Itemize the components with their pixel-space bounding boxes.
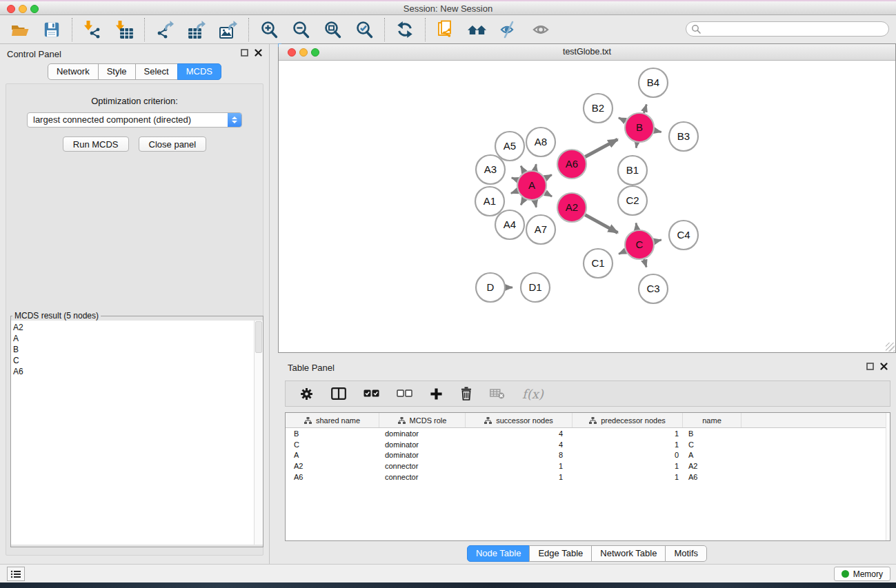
network-canvas[interactable]: B4B2BB3A5A8A6A3B1AA1C2A2A4A7CC4C1C3DD1 [279,61,895,352]
column-header-predecessor-nodes[interactable]: predecessor nodes [573,413,683,427]
table-cell[interactable]: A [286,451,379,459]
table-cell[interactable]: B [683,429,741,438]
float-panel-icon[interactable] [241,49,248,57]
table-cell[interactable]: 0 [573,451,683,459]
tab-mcds[interactable]: MCDS [177,63,221,80]
table-cell[interactable]: A6 [683,473,741,481]
deselect-all-icon[interactable] [397,389,412,398]
graph-edge-A2-C[interactable] [585,215,617,233]
graph-edge-C-C3[interactable] [644,259,647,267]
import-table-icon[interactable] [114,19,135,40]
mcds-result-scrollbar[interactable] [254,321,263,545]
mcds-result-item[interactable]: A [13,333,254,344]
table-cell[interactable]: dominator [379,451,466,459]
table-cell[interactable]: 1 [466,462,573,470]
open-file-icon[interactable] [10,19,30,40]
search-input[interactable] [686,21,889,37]
function-builder-icon[interactable]: f(x) [522,387,544,401]
table-cell[interactable]: 1 [466,473,573,481]
mcds-result-item[interactable]: A2 [13,322,254,333]
export-image-icon[interactable] [218,19,239,40]
table-cell[interactable]: A2 [286,462,379,470]
table-cell[interactable]: C [683,440,741,449]
memory-button[interactable]: Memory [834,567,890,581]
graph-edge-C-C1[interactable] [619,251,626,254]
delete-icon[interactable] [460,387,472,401]
save-session-icon[interactable] [41,19,62,40]
zoom-in-icon[interactable] [259,19,279,40]
graph-node-A6[interactable]: A6 [557,150,586,179]
graph-edge-B-B3[interactable] [655,130,661,132]
graph-node-B1[interactable]: B1 [618,156,647,185]
graph-node-D1[interactable]: D1 [521,273,550,302]
table-cell[interactable]: 1 [573,473,683,481]
table-cell[interactable]: A [683,451,741,459]
column-header-mcds-role[interactable]: MCDS role [379,413,466,427]
column-header-shared-name[interactable]: shared name [286,413,379,427]
tab-network-table[interactable]: Network Table [591,545,666,562]
graph-edge-A-A2[interactable] [545,193,552,196]
zoom-selected-icon[interactable] [354,19,375,40]
table-row[interactable]: Bdominator41B [286,428,890,439]
new-session-from-network-icon[interactable] [435,19,456,40]
import-network-icon[interactable] [82,19,103,40]
graph-node-B4[interactable]: B4 [639,68,668,97]
graph-node-C[interactable]: C [625,230,654,259]
tab-style[interactable]: Style [98,63,136,80]
graph-node-C3[interactable]: C3 [639,274,668,303]
delete-table-icon[interactable] [490,388,505,399]
graph-edge-A-A5[interactable] [521,166,524,172]
run-mcds-button[interactable]: Run MCDS [63,136,129,152]
graph-edge-B-B4[interactable] [644,105,646,113]
task-history-button[interactable] [7,567,25,581]
optimization-criterion-select[interactable]: largest connected component (directed) [27,112,242,128]
table-cell[interactable]: connector [379,462,466,470]
table-cell[interactable]: 4 [466,440,573,449]
graph-edge-A-A4[interactable] [521,199,524,205]
graph-edge-A-A6[interactable] [545,175,551,179]
table-cell[interactable]: 1 [573,440,683,449]
graph-node-A3[interactable]: A3 [476,155,505,184]
table-cell[interactable]: A2 [683,462,741,470]
table-cell[interactable]: dominator [379,440,466,449]
graph-node-B3[interactable]: B3 [669,122,698,151]
select-all-icon[interactable] [364,389,379,398]
mcds-result-item[interactable]: B [13,344,254,355]
zoom-out-icon[interactable] [290,19,311,40]
float-panel-icon[interactable] [866,363,874,370]
home-icon[interactable] [467,19,488,40]
tab-select[interactable]: Select [135,63,178,80]
graph-node-A[interactable]: A [517,171,546,200]
tab-edge-table[interactable]: Edge Table [529,545,592,562]
table-cell[interactable]: 1 [573,429,683,438]
mcds-result-item[interactable]: C [13,355,254,366]
table-scrollbar[interactable] [886,413,890,540]
tab-motifs[interactable]: Motifs [665,545,707,562]
mcds-result-item[interactable]: A6 [13,366,254,377]
zoom-fit-icon[interactable] [322,19,343,40]
table-row[interactable]: Cdominator41C [286,439,890,450]
graph-edge-A6-B[interactable] [585,139,617,156]
graph-node-A4[interactable]: A4 [495,210,524,239]
graph-node-C2[interactable]: C2 [618,186,647,215]
graph-node-C1[interactable]: C1 [584,249,613,278]
table-cell[interactable]: 4 [466,429,573,438]
graph-edge-B-B2[interactable] [619,118,626,121]
tab-node-table[interactable]: Node Table [467,545,530,562]
graph-edge-A-A1[interactable] [511,191,518,194]
table-row[interactable]: A2connector11A2 [286,460,890,472]
add-icon[interactable] [430,387,443,401]
table-row[interactable]: Adominator80A [286,449,890,460]
graph-edge-A-A7[interactable] [535,201,536,207]
column-header-name[interactable]: name [683,413,741,427]
column-header-successor-nodes[interactable]: successor nodes [466,413,573,427]
graph-node-B[interactable]: B [625,113,654,142]
graph-edge-B-B1[interactable] [636,143,637,148]
graph-node-C4[interactable]: C4 [669,221,698,250]
show-all-icon[interactable] [530,19,551,40]
table-cell[interactable]: connector [379,473,466,481]
column-icon[interactable] [331,387,346,400]
close-panel-button[interactable]: Close panel [139,136,207,152]
hide-selected-icon[interactable] [499,19,519,40]
table-cell[interactable]: C [286,440,379,449]
